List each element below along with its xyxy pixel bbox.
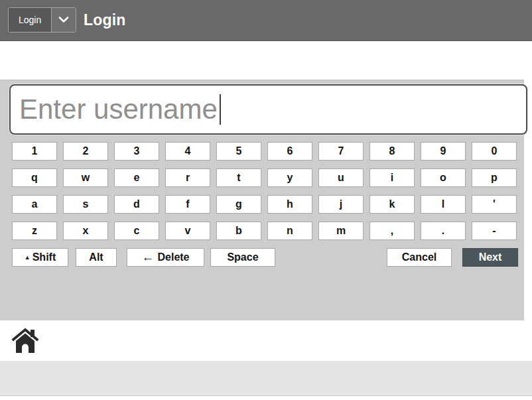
- key-dash[interactable]: -: [472, 222, 517, 240]
- space-key-label: Space: [227, 251, 258, 263]
- key-g[interactable]: g: [216, 195, 261, 214]
- key-h[interactable]: h: [267, 195, 312, 214]
- key-0[interactable]: 0: [472, 142, 517, 161]
- key-l[interactable]: l: [421, 195, 466, 214]
- delete-key[interactable]: ←Delete: [127, 248, 204, 267]
- key-6[interactable]: 6: [267, 142, 312, 161]
- alt-key-label: Alt: [89, 251, 103, 263]
- key-4[interactable]: 4: [165, 142, 210, 161]
- key-u[interactable]: u: [318, 168, 364, 187]
- key-d[interactable]: d: [114, 195, 159, 214]
- keyboard-row: zxcvbnm,.-: [12, 222, 517, 240]
- keyboard-row: 1234567890: [12, 142, 517, 161]
- key-comma[interactable]: ,: [369, 222, 415, 240]
- key-w[interactable]: w: [63, 168, 108, 187]
- key-e[interactable]: e: [114, 168, 159, 187]
- chevron-down-icon: [51, 8, 76, 32]
- alt-key[interactable]: Alt: [76, 248, 117, 267]
- key-m[interactable]: m: [318, 222, 364, 240]
- cancel-button[interactable]: Cancel: [387, 248, 452, 267]
- shift-key-label: Shift: [33, 251, 56, 263]
- username-input[interactable]: Enter username: [9, 84, 527, 135]
- key-z[interactable]: z: [12, 222, 57, 240]
- key-q[interactable]: q: [12, 168, 57, 187]
- next-button[interactable]: Next: [462, 248, 518, 267]
- top-bar: Login Login: [0, 0, 532, 41]
- key-r[interactable]: r: [165, 168, 210, 187]
- key-apostrophe[interactable]: ': [472, 195, 517, 214]
- key-p[interactable]: p: [472, 168, 517, 187]
- backspace-arrow-icon: ←: [141, 251, 154, 263]
- key-8[interactable]: 8: [369, 142, 415, 161]
- keyboard-row: qwertyuiop: [12, 168, 517, 187]
- key-1[interactable]: 1: [12, 142, 57, 161]
- key-period[interactable]: .: [421, 222, 466, 240]
- footer-bar: [0, 361, 532, 396]
- login-screen: Login Login Enter username 1234567890qwe…: [0, 0, 532, 400]
- space-key[interactable]: Space: [210, 248, 275, 267]
- key-o[interactable]: o: [421, 168, 466, 187]
- keyboard-row: asdfghjkl': [12, 195, 517, 214]
- key-v[interactable]: v: [165, 222, 210, 240]
- next-button-label: Next: [479, 251, 502, 263]
- key-3[interactable]: 3: [114, 142, 159, 161]
- key-c[interactable]: c: [114, 222, 159, 240]
- keyboard-panel: Enter username 1234567890qwertyuiopasdfg…: [0, 80, 524, 320]
- key-k[interactable]: k: [369, 195, 415, 214]
- delete-key-label: Delete: [157, 251, 189, 263]
- key-x[interactable]: x: [63, 222, 108, 240]
- key-a[interactable]: a: [12, 195, 57, 214]
- text-caret: [220, 94, 221, 125]
- home-icon[interactable]: [9, 326, 41, 356]
- shift-key[interactable]: ▲Shift: [12, 248, 68, 267]
- page-title: Login: [84, 0, 126, 40]
- key-n[interactable]: n: [267, 222, 312, 240]
- shift-arrow-icon: ▲: [25, 255, 31, 261]
- key-s[interactable]: s: [63, 195, 108, 214]
- login-method-dropdown[interactable]: Login: [8, 7, 76, 33]
- key-y[interactable]: y: [267, 168, 312, 187]
- cancel-button-label: Cancel: [402, 251, 436, 263]
- key-5[interactable]: 5: [216, 142, 261, 161]
- key-b[interactable]: b: [216, 222, 261, 240]
- username-placeholder: Enter username: [19, 96, 218, 123]
- key-f[interactable]: f: [165, 195, 210, 214]
- key-2[interactable]: 2: [63, 142, 108, 161]
- home-bar: [0, 320, 532, 361]
- key-9[interactable]: 9: [421, 142, 466, 161]
- login-method-dropdown-label: Login: [9, 8, 51, 32]
- key-i[interactable]: i: [369, 168, 415, 187]
- key-j[interactable]: j: [318, 195, 364, 214]
- key-t[interactable]: t: [216, 168, 261, 187]
- key-7[interactable]: 7: [318, 142, 364, 161]
